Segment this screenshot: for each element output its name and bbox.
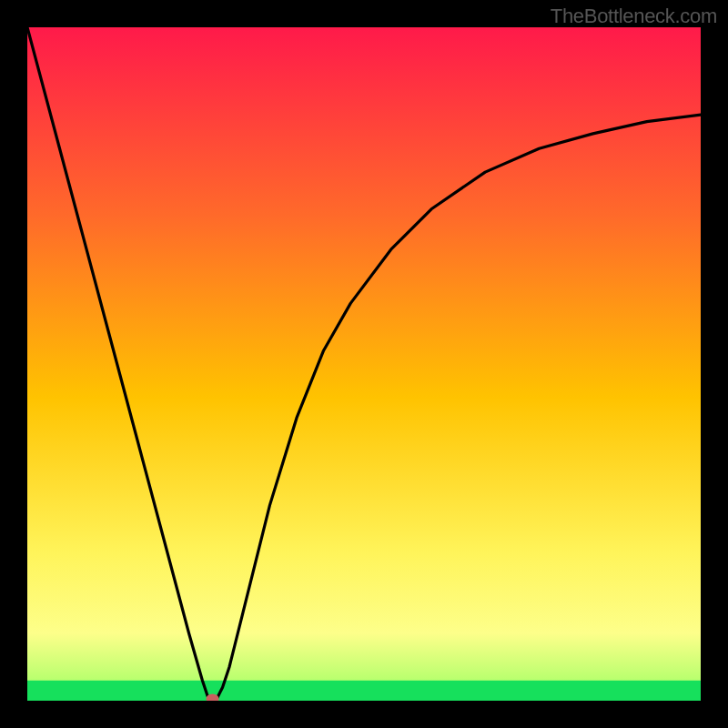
plot-area [27, 27, 701, 701]
chart-svg [27, 27, 701, 701]
gradient-background [27, 27, 701, 701]
watermark-label: TheBottleneck.com [551, 5, 717, 28]
green-band [27, 681, 701, 701]
chart: TheBottleneck.com [0, 0, 728, 728]
